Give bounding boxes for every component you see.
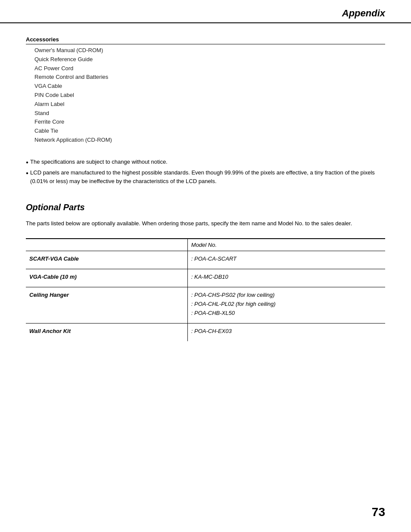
note-text: The specifications are subject to change…: [30, 158, 385, 166]
page: Appendix Accessories Owner's Manual (CD-…: [0, 0, 411, 532]
model-line: : KA-MC-DB10: [191, 274, 382, 280]
accessories-list-item: Quick Reference Guide: [34, 55, 385, 64]
accessories-list: Owner's Manual (CD-ROM)Quick Reference G…: [26, 46, 385, 145]
parts-table: Model No. SCART-VGA Cable: POA-CA-SCARTV…: [26, 238, 385, 341]
table-row: Wall Anchor Kit: POA-CH-EX03: [26, 323, 385, 341]
table-row: VGA-Cable (10 m): KA-MC-DB10: [26, 269, 385, 287]
notes-section: ●The specifications are subject to chang…: [26, 158, 385, 186]
accessories-heading: Accessories: [26, 36, 385, 44]
page-title: Appendix: [342, 8, 385, 19]
note-bullet-icon: ●: [26, 170, 28, 176]
part-model: : POA-CH-EX03: [187, 323, 385, 341]
accessories-list-item: Alarm Label: [34, 100, 385, 109]
optional-parts-description: The parts listed below are optionally av…: [26, 219, 385, 228]
page-header: Appendix: [0, 0, 411, 23]
main-content: Accessories Owner's Manual (CD-ROM)Quick…: [0, 23, 411, 354]
accessories-list-item: Stand: [34, 109, 385, 118]
note-bullet-icon: ●: [26, 159, 28, 165]
model-line: : POA-CHL-PL02 (for high ceiling): [191, 301, 382, 307]
page-footer: 73: [372, 505, 385, 519]
optional-parts-title: Optional Parts: [26, 202, 385, 212]
model-line: : POA-CHB-XL50: [191, 310, 382, 316]
page-number: 73: [372, 505, 385, 519]
parts-table-body: SCART-VGA Cable: POA-CA-SCARTVGA-Cable (…: [26, 251, 385, 341]
table-header-row: Model No.: [26, 239, 385, 251]
part-name: Wall Anchor Kit: [26, 323, 187, 341]
optional-parts-section: Optional Parts The parts listed below ar…: [26, 202, 385, 341]
model-line: : POA-CH-EX03: [191, 328, 382, 334]
accessories-list-item: AC Power Cord: [34, 64, 385, 73]
table-header-model: Model No.: [187, 239, 385, 251]
accessories-list-item: Network Application (CD-ROM): [34, 136, 385, 145]
accessories-list-item: VGA Cable: [34, 82, 385, 91]
part-model: : POA-CHS-PS02 (for low ceiling): POA-CH…: [187, 287, 385, 323]
note-text: LCD panels are manufactured to the highe…: [30, 168, 385, 185]
model-line: : POA-CA-SCART: [191, 255, 382, 262]
part-model: : KA-MC-DB10: [187, 269, 385, 287]
table-row: SCART-VGA Cable: POA-CA-SCART: [26, 251, 385, 269]
accessories-list-item: Cable Tie: [34, 127, 385, 136]
note-item: ●The specifications are subject to chang…: [26, 158, 385, 166]
accessories-list-item: PIN Code Label: [34, 91, 385, 100]
accessories-list-item: Owner's Manual (CD-ROM): [34, 46, 385, 55]
accessories-list-item: Ferrite Core: [34, 118, 385, 127]
note-item: ●LCD panels are manufactured to the high…: [26, 168, 385, 185]
table-row: Ceiling Hanger: POA-CHS-PS02 (for low ce…: [26, 287, 385, 323]
model-line: : POA-CHS-PS02 (for low ceiling): [191, 292, 382, 298]
part-name: VGA-Cable (10 m): [26, 269, 187, 287]
part-name: Ceiling Hanger: [26, 287, 187, 323]
table-header-name: [26, 239, 187, 251]
part-model: : POA-CA-SCART: [187, 251, 385, 269]
accessories-list-item: Remote Control and Batteries: [34, 73, 385, 82]
part-name: SCART-VGA Cable: [26, 251, 187, 269]
accessories-section: Accessories Owner's Manual (CD-ROM)Quick…: [26, 36, 385, 145]
